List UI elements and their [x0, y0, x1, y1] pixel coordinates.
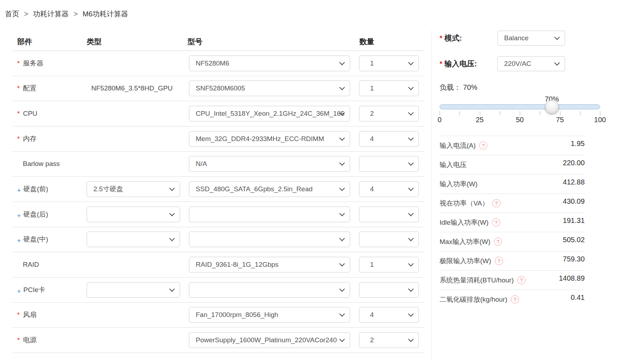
breadcrumb-calculator[interactable]: 功耗计算器: [33, 10, 69, 18]
quantity-select-power-supply[interactable]: 2: [359, 332, 419, 348]
component-label-text: 服务器: [23, 59, 43, 67]
model-select-server-value: NF5280M6: [189, 59, 243, 67]
model-select-server[interactable]: NF5280M6: [189, 56, 350, 71]
required-mark: *: [17, 135, 20, 142]
chevron-down-icon: [408, 60, 414, 66]
chevron-down-icon: [339, 261, 345, 267]
result-row-8: 二氧化碳排放(kg/hour)?0.41: [440, 290, 585, 309]
header-type: 类型: [87, 37, 102, 47]
result-label: 视在功率（VA）: [440, 199, 489, 208]
required-mark: *: [17, 336, 20, 344]
model-cell-raid: RAID_9361-8i_1G_12Gbps: [189, 257, 350, 272]
type-select-hdd-rear[interactable]: [87, 207, 180, 222]
quantity-select-barlow-pass[interactable]: [359, 156, 419, 172]
add-row-icon[interactable]: +: [17, 187, 21, 194]
load-value: 70%: [463, 83, 477, 91]
type-select-hdd-middle[interactable]: [87, 232, 180, 247]
slider-tick-label: 25: [476, 116, 483, 124]
required-mark: *: [17, 110, 20, 117]
component-label-text: PCIe卡: [24, 286, 45, 293]
quantity-select-config[interactable]: 1: [359, 80, 419, 96]
table-row-memory: *内存Mem_32G_DDR4-2933MHz_ECC-RDIMM4: [13, 126, 424, 152]
component-label-text: 内存: [23, 135, 36, 142]
slider-track[interactable]: [440, 104, 600, 109]
quantity-cell-fan: 4: [359, 307, 419, 323]
quantity-cell-hdd-rear: [359, 207, 419, 222]
chevron-down-icon: [554, 60, 560, 66]
chevron-down-icon: [339, 160, 345, 166]
quantity-select-fan[interactable]: 4: [359, 307, 419, 323]
model-select-cpu[interactable]: CPU_Intel_5318Y_Xeon_2.1GHz_24C_36M_165: [189, 106, 350, 121]
quantity-select-hdd-front[interactable]: 4: [359, 181, 419, 197]
breadcrumb-separator: >: [24, 10, 29, 18]
type-select-hdd-front[interactable]: 2.5寸硬盘: [87, 181, 180, 197]
model-select-hdd-rear[interactable]: [189, 207, 350, 222]
chevron-down-icon: [169, 286, 175, 292]
chevron-down-icon: [169, 236, 175, 241]
result-value: 220.00: [563, 158, 585, 167]
quantity-select-pcie-card[interactable]: [359, 282, 419, 298]
type-select-pcie-card[interactable]: [87, 282, 180, 298]
voltage-label: *输入电压:: [440, 59, 477, 69]
help-icon[interactable]: ?: [492, 218, 500, 227]
model-select-barlow-pass[interactable]: N/A: [189, 156, 350, 172]
quantity-select-memory[interactable]: 4: [359, 131, 419, 147]
help-icon[interactable]: ?: [494, 238, 502, 246]
quantity-select-hdd-rear[interactable]: [359, 207, 419, 222]
add-row-icon[interactable]: +: [17, 288, 21, 295]
voltage-select[interactable]: 220V/AC: [497, 56, 565, 71]
model-select-config[interactable]: SNF5280M6005: [189, 80, 350, 96]
help-icon[interactable]: ?: [492, 199, 501, 207]
model-select-hdd-middle[interactable]: [189, 232, 350, 247]
voltage-row: *输入电压: 220V/AC: [440, 56, 586, 72]
result-value: 759.30: [563, 255, 585, 263]
result-value: 1408.89: [559, 274, 585, 282]
quantity-select-cpu[interactable]: 2: [359, 106, 419, 121]
help-icon[interactable]: ?: [511, 295, 519, 303]
type-cell-hdd-rear: [87, 207, 180, 222]
table-row-hdd-front: +硬盘(前)2.5寸硬盘SSD_480G_SATA_6Gpbs_2.5in_Re…: [13, 177, 424, 202]
model-cell-cpu: CPU_Intel_5318Y_Xeon_2.1GHz_24C_36M_165: [189, 106, 350, 121]
model-select-fan[interactable]: Fan_17000rpm_8056_High: [189, 307, 350, 323]
chevron-down-icon: [339, 286, 345, 292]
chevron-down-icon: [339, 236, 345, 241]
component-label-text: 风扇: [23, 311, 36, 318]
component-label-barlow-pass: Barlow pass: [17, 160, 60, 168]
model-cell-hdd-middle: [189, 232, 350, 247]
slider-tick: [540, 111, 540, 115]
help-icon[interactable]: ?: [517, 276, 525, 284]
chevron-down-icon: [408, 210, 414, 216]
chevron-down-icon: [339, 186, 345, 191]
add-row-icon[interactable]: +: [17, 237, 21, 244]
model-select-memory[interactable]: Mem_32G_DDR4-2933MHz_ECC-RDIMM: [189, 131, 350, 147]
model-select-pcie-card[interactable]: [189, 282, 350, 298]
quantity-select-server[interactable]: 1: [359, 56, 419, 71]
component-label-cpu: *CPU: [17, 110, 37, 118]
model-select-power-supply[interactable]: PowerSupply_1600W_Platinum_220VACor240: [189, 332, 350, 348]
component-label-raid: RAID: [17, 261, 39, 269]
help-icon[interactable]: ?: [479, 141, 487, 150]
slider-tick-label: 75: [556, 116, 564, 124]
help-icon[interactable]: ?: [495, 257, 503, 265]
voltage-select-value: 220V/AC: [498, 60, 545, 68]
model-select-raid[interactable]: RAID_9361-8i_1G_12Gbps: [189, 257, 350, 272]
slider-handle[interactable]: [545, 100, 559, 114]
model-cell-memory: Mem_32G_DDR4-2933MHz_ECC-RDIMM: [189, 131, 350, 147]
chevron-down-icon: [408, 85, 414, 90]
quantity-select-config-value: 1: [359, 84, 388, 92]
table-row-pcie-card: +PCIe卡: [13, 277, 424, 303]
add-row-icon[interactable]: +: [17, 212, 21, 219]
table-row-cpu: *CPUCPU_Intel_5318Y_Xeon_2.1GHz_24C_36M_…: [13, 101, 424, 126]
quantity-select-hdd-middle[interactable]: [359, 232, 419, 247]
type-select-hdd-front-value: 2.5寸硬盘: [87, 184, 137, 194]
mode-select[interactable]: Balance: [497, 31, 565, 46]
model-cell-config: SNF5280M6005: [189, 80, 350, 96]
quantity-select-raid[interactable]: 1: [359, 257, 419, 272]
result-value: 430.09: [563, 197, 585, 205]
result-label: Max输入功率(W): [440, 237, 490, 246]
quantity-cell-memory: 4: [359, 131, 419, 147]
model-select-hdd-front[interactable]: SSD_480G_SATA_6Gpbs_2.5in_Read: [189, 181, 350, 197]
chevron-down-icon: [408, 186, 414, 191]
breadcrumb-home[interactable]: 首页: [5, 10, 19, 18]
model-cell-fan: Fan_17000rpm_8056_High: [189, 307, 350, 323]
